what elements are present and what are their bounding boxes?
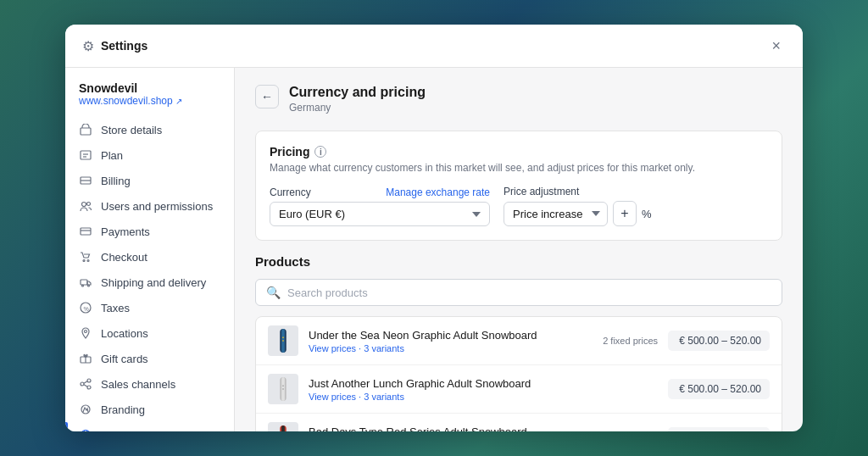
product-row: Bad Days Type Red Series Adult Snowboard… <box>256 414 782 431</box>
checkout-icon <box>79 250 92 264</box>
sidebar-item-locations[interactable]: Locations <box>65 320 234 346</box>
store-info: Snowdevil www.snowdevil.shop <box>65 81 234 117</box>
pricing-form-row: Currency Manage exchange rate Euro (EUR … <box>270 186 768 226</box>
sidebar-item-payments[interactable]: Payments <box>65 219 234 244</box>
sidebar-item-store-details[interactable]: Store details <box>65 117 234 142</box>
price-range: € 500.00 – 520.00 <box>668 427 770 431</box>
price-adjustment-label: Price adjustment <box>504 186 652 197</box>
svg-point-13 <box>82 285 84 286</box>
sidebar-item-sales-channels[interactable]: Sales channels <box>65 371 234 397</box>
search-icon: 🔍 <box>266 286 281 299</box>
markets-icon <box>79 428 92 431</box>
currency-label-row: Currency Manage exchange rate <box>270 186 490 198</box>
pricing-card-title: Pricing i <box>270 145 768 158</box>
svg-rect-12 <box>81 280 87 285</box>
product-info: Under the Sea Neon Graphic Adult Snowboa… <box>309 329 593 353</box>
svg-point-10 <box>83 260 85 262</box>
svg-rect-8 <box>81 228 91 235</box>
product-view-prices[interactable]: View prices · 3 variants <box>309 343 593 353</box>
main-content: ← Currency and pricing Germany Pricing i… <box>235 68 803 431</box>
product-view-prices[interactable]: View prices · 3 variants <box>309 392 658 402</box>
svg-rect-39 <box>281 425 285 431</box>
sidebar-label-checkout: Checkout <box>101 251 147 264</box>
svg-point-17 <box>85 331 87 333</box>
price-range: € 500.00 – 520.00 <box>668 379 770 399</box>
product-list: Under the Sea Neon Graphic Adult Snowboa… <box>255 316 782 431</box>
price-adjustment-controls: Price increase + % <box>504 201 652 226</box>
gift-icon <box>79 352 92 365</box>
content-header: ← Currency and pricing Germany <box>255 85 782 114</box>
sidebar-item-plan[interactable]: Plan <box>65 142 234 168</box>
product-thumbnail <box>268 325 298 356</box>
back-button[interactable]: ← <box>255 85 279 108</box>
product-row: Under the Sea Neon Graphic Adult Snowboa… <box>256 317 782 365</box>
product-name: Just Another Lunch Graphic Adult Snowboa… <box>309 377 658 390</box>
fixed-prices-badge: 2 fixed prices <box>603 336 658 346</box>
close-button[interactable]: × <box>766 36 786 55</box>
sidebar-label-markets: Markets <box>101 429 142 432</box>
product-price-section: € 500.00 – 520.00 <box>668 427 770 431</box>
sidebar-item-branding[interactable]: Branding <box>65 397 234 422</box>
sidebar-label-taxes: Taxes <box>101 302 130 314</box>
sidebar-item-users[interactable]: Users and permissions <box>65 193 234 219</box>
svg-text:%: % <box>84 306 89 312</box>
store-name: Snowdevil <box>79 81 220 95</box>
branding-icon <box>79 403 92 416</box>
svg-point-11 <box>87 260 89 262</box>
header-left: ⚙ Settings <box>82 38 147 54</box>
svg-point-21 <box>81 382 84 386</box>
product-thumbnail <box>268 422 298 431</box>
sidebar-label-branding: Branding <box>101 403 145 416</box>
page-title: Currency and pricing <box>289 85 426 100</box>
plus-button[interactable]: + <box>613 201 637 226</box>
plan-icon <box>79 148 92 162</box>
store-url[interactable]: www.snowdevil.shop <box>79 95 220 107</box>
svg-point-22 <box>87 379 91 382</box>
product-price-section: € 500.00 – 520.00 <box>668 379 770 399</box>
page-subtitle: Germany <box>289 102 426 114</box>
sidebar-item-taxes[interactable]: % Taxes <box>65 295 234 320</box>
sidebar-label-locations: Locations <box>101 327 148 340</box>
currency-select[interactable]: Euro (EUR €) <box>270 202 490 226</box>
product-name: Under the Sea Neon Graphic Adult Snowboa… <box>309 329 593 342</box>
sidebar-label-plan: Plan <box>101 149 123 162</box>
svg-rect-1 <box>81 151 91 159</box>
price-range: € 500.00 – 520.00 <box>668 331 770 351</box>
billing-icon <box>79 174 92 187</box>
sidebar-label-billing: Billing <box>101 175 131 187</box>
price-increase-select[interactable]: Price increase <box>504 202 608 226</box>
sidebar-item-shipping[interactable]: Shipping and delivery <box>65 270 234 295</box>
products-section: Products 🔍 Under the Sea Neon Graphic Ad… <box>255 254 782 431</box>
product-price-section: 2 fixed prices€ 500.00 – 520.00 <box>603 331 770 351</box>
sidebar-item-checkout[interactable]: Checkout <box>65 244 234 270</box>
gear-icon: ⚙ <box>82 38 94 54</box>
product-info: Bad Days Type Red Series Adult Snowboard… <box>309 425 658 432</box>
product-name: Bad Days Type Red Series Adult Snowboard <box>309 425 658 432</box>
taxes-icon: % <box>79 301 92 314</box>
sidebar-item-gift-cards[interactable]: Gift cards <box>65 346 234 371</box>
product-info: Just Another Lunch Graphic Adult Snowboa… <box>309 377 658 402</box>
currency-group: Currency Manage exchange rate Euro (EUR … <box>270 186 490 226</box>
sidebar-label-payments: Payments <box>101 225 150 238</box>
users-icon <box>79 199 92 213</box>
search-bar[interactable]: 🔍 <box>255 279 782 306</box>
currency-label: Currency <box>270 186 311 198</box>
percent-label: % <box>642 208 652 220</box>
info-icon: i <box>314 146 326 158</box>
product-thumbnail <box>268 374 298 404</box>
modal-body: Snowdevil www.snowdevil.shop Store detai… <box>65 68 803 431</box>
svg-point-23 <box>87 386 91 389</box>
sidebar-label-sales-channels: Sales channels <box>101 378 175 391</box>
modal-header: ⚙ Settings × <box>65 25 803 68</box>
sidebar-item-billing[interactable]: Billing <box>65 168 234 193</box>
sidebar-label-users: Users and permissions <box>101 200 213 213</box>
manage-exchange-link[interactable]: Manage exchange rate <box>386 186 490 198</box>
store-icon <box>79 123 92 136</box>
sales-icon <box>79 377 92 391</box>
modal-title: Settings <box>101 39 147 53</box>
sidebar-item-markets[interactable]: Markets <box>65 422 234 431</box>
search-input[interactable] <box>287 286 771 299</box>
svg-point-7 <box>87 203 91 206</box>
locations-icon <box>79 326 92 340</box>
shipping-icon <box>79 275 92 289</box>
